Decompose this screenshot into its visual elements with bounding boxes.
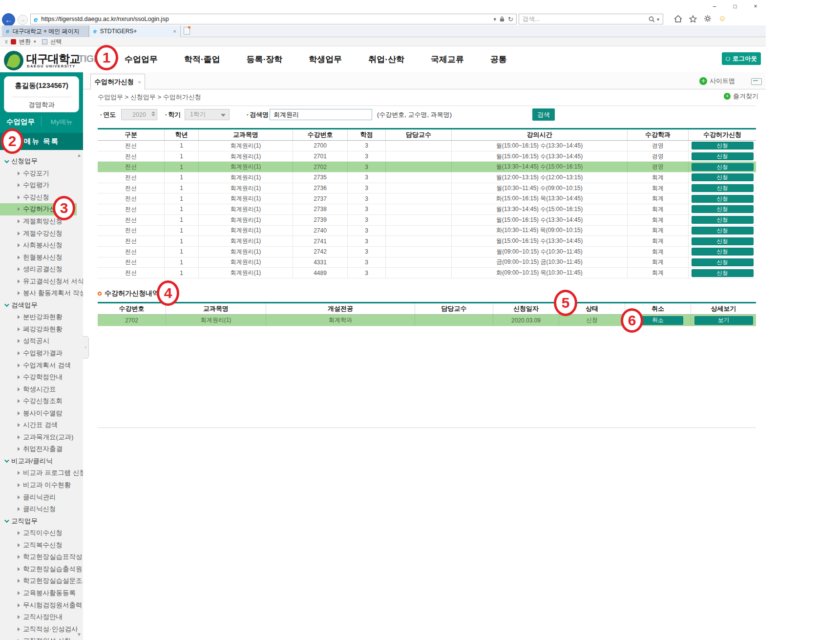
spinner-arrows-icon[interactable] [151, 111, 155, 116]
apply-button[interactable]: 신청 [692, 269, 754, 277]
course-row[interactable]: 전선1회계원리(1)27423월(09:00~10:15) 수(10:30~11… [98, 247, 756, 257]
favorite-button[interactable]: + 즐겨찾기 [724, 92, 758, 101]
apply-button[interactable]: 신청 [692, 142, 754, 149]
apply-button[interactable]: 신청 [692, 173, 754, 181]
menu-item[interactable]: 클리닉관리 [0, 491, 83, 503]
new-tab-button[interactable]: ✱ [184, 27, 190, 35]
keyword-input[interactable] [270, 109, 372, 120]
apply-button[interactable]: 신청 [692, 258, 754, 266]
menu-group[interactable]: 교직업무 [0, 515, 83, 527]
year-spinner[interactable]: 2020 [121, 109, 157, 120]
minimize-button[interactable]: – [707, 2, 722, 11]
course-row[interactable]: 전선1회계원리(1)27413월(15:00~16:15) 수(13:30~14… [98, 236, 756, 247]
university-logo[interactable] [4, 51, 23, 70]
convert-button[interactable]: 변환 [19, 38, 31, 46]
apply-button[interactable]: 신청 [692, 184, 754, 192]
search-dropdown-icon[interactable]: ▾ [657, 17, 659, 22]
close-button[interactable]: × [748, 2, 763, 11]
course-row[interactable]: 전선1회계원리(1)27023월(13:30~14:45) 수(15:00~16… [98, 162, 756, 172]
settings-gear-icon[interactable] [704, 15, 712, 22]
apply-button[interactable]: 신청 [692, 248, 754, 256]
menu-item[interactable]: 교직이수신청 [0, 527, 83, 539]
menu-item[interactable]: 교과목개요(교과) [0, 431, 83, 444]
sidebar-tab-work[interactable]: 수업업무 [0, 117, 41, 127]
nav-item[interactable]: 학적·졸업 [184, 54, 220, 65]
nav-item[interactable]: 취업·산학 [368, 54, 404, 65]
menu-item[interactable]: 교직적인성 신청 [0, 635, 83, 640]
maximize-button[interactable]: □ [728, 2, 742, 11]
history-row[interactable]: 2702 회계원리(1) 회계학과 2020.03.09 신청 취소 보기 [98, 315, 756, 326]
menu-scroll-down-icon[interactable]: ▼ [76, 631, 83, 638]
course-row[interactable]: 전선1회계원리(1)27353월(12:00~13:15) 수(12:00~13… [98, 172, 756, 183]
menu-item[interactable]: 무시험검정원서출력 [0, 599, 83, 611]
window-switch-icon[interactable] [751, 78, 762, 85]
apply-button[interactable]: 신청 [692, 227, 754, 235]
menu-item[interactable]: 수업평가결과 [0, 347, 83, 360]
convert-caret-icon[interactable]: ▾ [34, 39, 36, 44]
nav-item[interactable]: 수업업무 [125, 54, 158, 65]
menu-item[interactable]: 비교과 프로그램 신청 [0, 467, 83, 479]
sitemap-button[interactable]: ✛ 사이트맵 [699, 77, 735, 85]
search-button[interactable]: 검색 [532, 108, 555, 121]
course-row[interactable]: 전선1회계원리(1)43313금(09:00~10:15) 금(10:30~11… [98, 257, 756, 268]
apply-button[interactable]: 신청 [692, 195, 754, 203]
browser-tab-home[interactable]: e 대구대학교 + 메인 페이지 [2, 25, 89, 37]
menu-item[interactable]: 시간표 검색 [0, 419, 83, 431]
menu-item[interactable]: 성적공시 [0, 335, 83, 347]
menu-item[interactable]: 수강신청조회 [0, 395, 83, 407]
url-text[interactable]: https://tigersstd.daegu.ac.kr/nxrun/ssoL… [41, 16, 493, 22]
menu-item[interactable]: 봉사 활동계획서 작성 [0, 287, 83, 299]
menu-item[interactable]: 취업전자출결 [0, 443, 83, 455]
nav-item[interactable]: 공통 [490, 54, 507, 65]
course-row[interactable]: 전선1회계원리(1)27403화(10:30~11:45) 목(09:00~10… [98, 226, 756, 236]
search-icon[interactable] [649, 16, 655, 22]
menu-item[interactable]: 헌혈봉사신청 [0, 251, 83, 263]
menu-item[interactable]: 유고결석신청서 서식 [0, 275, 83, 287]
course-row[interactable]: 전선1회계원리(1)27003월(15:00~16:15) 수(13:30~14… [98, 141, 756, 151]
term-select[interactable]: 1학기 [185, 109, 230, 120]
menu-item[interactable]: 봉사이수열람 [0, 407, 83, 419]
page-tab-close-icon[interactable]: × [138, 79, 141, 85]
menu-group[interactable]: 신청업무 [0, 155, 83, 168]
feedback-smiley-icon[interactable]: ☺ [718, 15, 726, 22]
course-row[interactable]: 전선1회계원리(1)44893화(09:00~10:15) 목(10:30~11… [98, 268, 756, 278]
home-icon[interactable] [674, 15, 682, 22]
course-row[interactable]: 전선1회계원리(1)27393월(15:00~16:15) 수(13:30~14… [98, 215, 756, 226]
sidebar-collapse-handle[interactable]: ‹ [83, 336, 89, 359]
menu-group[interactable]: 비교과/클리닉 [0, 455, 83, 468]
menu-item[interactable]: 폐강강좌현황 [0, 323, 83, 336]
browser-search-box[interactable]: 검색... ▾ [519, 14, 663, 24]
nav-item[interactable]: 국제교류 [431, 54, 464, 65]
menu-item[interactable]: 수강학점안내 [0, 371, 83, 384]
back-button[interactable]: ← [2, 13, 15, 26]
menu-item[interactable]: 계절수강신청 [0, 227, 83, 239]
menu-item[interactable]: 교직복수신청 [0, 539, 83, 552]
url-dropdown-icon[interactable]: ▾ [494, 16, 497, 22]
menu-item[interactable]: 교직사정안내 [0, 611, 83, 623]
page-tab[interactable]: 수업허가신청 × [90, 74, 145, 90]
menu-item[interactable]: 생리공결신청 [0, 263, 83, 276]
addon-close-button[interactable]: x [5, 38, 8, 45]
menu-item[interactable]: 학교현장실습설문조사 [0, 575, 83, 587]
forward-button[interactable]: → [18, 15, 28, 25]
view-button[interactable]: 보기 [694, 316, 753, 325]
select-button[interactable]: 선택 [50, 38, 62, 46]
nav-item[interactable]: 등록·장학 [247, 54, 283, 65]
menu-item[interactable]: 비교과 이수현황 [0, 479, 83, 491]
tab-close-icon[interactable]: × [169, 28, 176, 34]
menu-item[interactable]: 클리닉신청 [0, 503, 83, 515]
menu-item[interactable]: 학교현장실습출석원 [0, 563, 83, 576]
logout-button[interactable]: 로그아웃 [722, 52, 761, 65]
menu-item[interactable]: 학교현장실습표작성 [0, 551, 83, 563]
apply-button[interactable]: 신청 [692, 163, 754, 171]
menu-item[interactable]: 분반강좌현황 [0, 311, 83, 323]
menu-item[interactable]: 교직적성·인성검사 [0, 623, 83, 635]
url-field[interactable]: e https://tigersstd.daegu.ac.kr/nxrun/ss… [30, 14, 517, 24]
favorites-star-icon[interactable] [689, 15, 697, 22]
browser-tab-tigers[interactable]: e STDTIGERS+ × [89, 25, 181, 37]
course-row[interactable]: 전선1회계원리(1)27373화(15:00~16:15) 목(13:30~14… [98, 193, 756, 204]
menu-item[interactable]: 수업계획서 검색 [0, 359, 83, 371]
menu-item[interactable]: 사회봉사신청 [0, 239, 83, 252]
sidebar-tab-mymenu[interactable]: My메뉴 [42, 118, 81, 127]
menu-item[interactable]: 수강포기 [0, 168, 83, 180]
